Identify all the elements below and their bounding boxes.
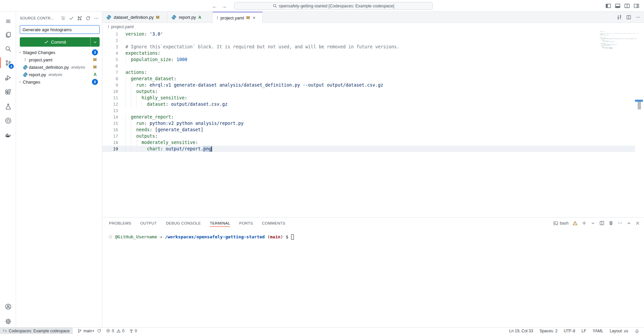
code-line-8[interactable]: 8 generate_dataset: <box>102 76 635 82</box>
status-indentation[interactable]: Spaces: 2 <box>539 329 557 333</box>
activity-item-github[interactable] <box>0 114 16 127</box>
panel-tab-output[interactable]: OUTPUT <box>140 218 157 229</box>
new-terminal-icon[interactable] <box>582 221 587 226</box>
status-eol[interactable]: LF <box>582 329 586 333</box>
pull-request-icon[interactable] <box>77 16 82 21</box>
code-line-3[interactable]: 3# Ignore this`expectation` block. It is… <box>102 44 635 50</box>
tab-close-icon[interactable]: × <box>253 15 255 20</box>
activity-item-explorer[interactable] <box>0 28 16 41</box>
panel-tab-problems[interactable]: PROBLEMS <box>109 218 131 229</box>
line-number: 9 <box>102 82 118 88</box>
toggle-sidebar-icon[interactable] <box>605 3 611 9</box>
code-line-5[interactable]: 5 population_size: 1000 <box>102 56 635 63</box>
commit-dropdown-button[interactable] <box>91 37 100 47</box>
activity-item-testing[interactable] <box>0 100 16 113</box>
code-line-15[interactable]: 15 run: python:v2 python analysis/report… <box>102 120 635 127</box>
more-icon[interactable] <box>636 15 641 20</box>
status-cursor-position[interactable]: Ln 19, Col 33 <box>509 329 533 333</box>
activity-item-extensions[interactable] <box>0 85 16 99</box>
minimap[interactable]: version: '3.0' # Ignore this`expectation… <box>600 31 639 58</box>
toggle-panel-icon[interactable] <box>615 3 621 9</box>
commit-check-icon[interactable] <box>69 16 74 21</box>
branch-indicator[interactable]: main+ <box>77 329 101 333</box>
scm-file-name: dataset_definition.py <box>29 65 69 70</box>
code-line-7[interactable]: 7actions: <box>102 69 635 76</box>
code-line-12[interactable]: 12 dataset: output/dataset.csv.gz <box>102 101 635 107</box>
breadcrumb[interactable]: ! project.yaml <box>102 23 644 31</box>
code-line-9[interactable]: 9 run: ehrql:v1 generate-dataset analysi… <box>102 82 635 88</box>
more-icon[interactable] <box>94 16 99 21</box>
activity-item-accounts[interactable] <box>0 300 16 313</box>
editor-tab-report.py[interactable]: report.pyA <box>167 12 213 23</box>
editor-tab-project.yaml[interactable]: !project.yamlM× <box>213 12 263 23</box>
code-line-13[interactable]: 13 <box>102 107 635 114</box>
problems-indicator[interactable]: 0 0 <box>106 329 124 333</box>
panel-tab-comments[interactable]: COMMENTS <box>262 218 285 229</box>
line-number: 18 <box>102 139 118 146</box>
status-encoding[interactable]: UTF-8 <box>564 329 575 333</box>
split-editor-layout-icon[interactable] <box>624 3 630 9</box>
notifications-bell-icon[interactable] <box>635 329 639 333</box>
activity-item-settings[interactable] <box>0 315 16 328</box>
scm-section-changes[interactable]: Changes0 <box>16 78 102 86</box>
code-line-1[interactable]: 1version: '3.0' <box>102 31 635 37</box>
scm-section-staged-changes[interactable]: Staged Changes3 <box>16 49 102 56</box>
commit-message-input[interactable] <box>20 25 100 34</box>
tab-label: report.py <box>179 15 196 20</box>
view-as-list-icon[interactable] <box>60 16 65 21</box>
terminal-shell-entry[interactable]: bash <box>553 221 569 226</box>
chevron-down-icon <box>93 40 97 44</box>
terminal[interactable]: @GitHub_Username → /workspaces/opensafel… <box>109 234 294 240</box>
close-panel-icon[interactable] <box>635 221 640 226</box>
terminal-profiles-icon[interactable] <box>591 221 595 226</box>
refresh-icon[interactable] <box>86 16 91 21</box>
maximize-panel-icon[interactable] <box>627 221 631 226</box>
commit-button-main[interactable]: Commit <box>20 37 91 47</box>
activity-item-menu[interactable] <box>0 14 16 28</box>
nav-back-icon[interactable]: ← <box>211 3 218 9</box>
activity-item-docker[interactable] <box>0 128 16 142</box>
panel-more-icon[interactable] <box>618 221 623 226</box>
command-center-search[interactable]: opensafely-getting-started [Codespaces: … <box>234 2 433 10</box>
code-line-16[interactable]: 16 needs: [generate_dataset] <box>102 127 635 133</box>
activity-item-source-control[interactable]: 3 <box>0 56 16 69</box>
code-text <box>118 37 125 44</box>
scm-file-row[interactable]: report.pyanalysisA <box>16 71 102 78</box>
code-line-6[interactable]: 6 <box>102 63 635 69</box>
status-keyboard-layout[interactable]: Layout: us <box>610 329 628 333</box>
editor-tab-dataset_definition.py[interactable]: dataset_definition.pyM <box>102 12 167 23</box>
ports-indicator[interactable]: 0 <box>129 329 137 333</box>
title-bar: ← → opensafely-getting-started [Codespac… <box>0 0 644 12</box>
activity-item-search[interactable] <box>0 42 16 55</box>
code-line-11[interactable]: 11 highly_sensitive: <box>102 95 635 101</box>
line-number: 7 <box>102 69 118 76</box>
remote-indicator[interactable]: Codespaces: Example codespace <box>0 328 73 334</box>
code-line-2[interactable]: 2 <box>102 37 635 44</box>
open-changes-icon[interactable] <box>617 15 622 20</box>
code-line-17[interactable]: 17 outputs: <box>102 133 635 139</box>
scm-section-label: Staged Changes <box>23 50 55 55</box>
line-number: 5 <box>102 56 118 63</box>
panel-tab-debug-console[interactable]: DEBUG CONSOLE <box>166 218 201 229</box>
scm-file-row[interactable]: dataset_definition.pyanalysisM <box>16 63 102 71</box>
kill-terminal-icon[interactable] <box>608 221 613 226</box>
commit-button[interactable]: Commit <box>20 37 100 47</box>
editor-scrollbar-thumb[interactable] <box>638 102 641 109</box>
code-line-18[interactable]: 18 moderately_sensitive: <box>102 139 635 146</box>
status-language-mode[interactable]: YAML <box>593 329 603 333</box>
split-terminal-icon[interactable] <box>599 221 604 226</box>
code-line-4[interactable]: 4expectations: <box>102 50 635 56</box>
panel-tab-ports[interactable]: PORTS <box>239 218 253 229</box>
code-line-10[interactable]: 10 outputs: <box>102 88 635 95</box>
code-line-14[interactable]: 14 generate_report: <box>102 114 635 120</box>
customize-layout-icon[interactable] <box>634 3 639 9</box>
scm-file-row[interactable]: !project.yamlM <box>16 56 102 63</box>
activity-item-run-debug[interactable] <box>0 71 16 84</box>
terminal-command-decoration[interactable] <box>109 235 112 238</box>
panel-tab-terminal[interactable]: TERMINAL <box>210 218 230 229</box>
indent-guide <box>131 139 131 146</box>
split-editor-icon[interactable] <box>626 15 631 20</box>
code-line-19[interactable]: 19 chart: output/report.png <box>102 146 635 152</box>
code-editor[interactable]: 1version: '3.0'23# Ignore this`expectati… <box>102 31 644 217</box>
nav-forward-icon[interactable]: → <box>221 3 227 9</box>
